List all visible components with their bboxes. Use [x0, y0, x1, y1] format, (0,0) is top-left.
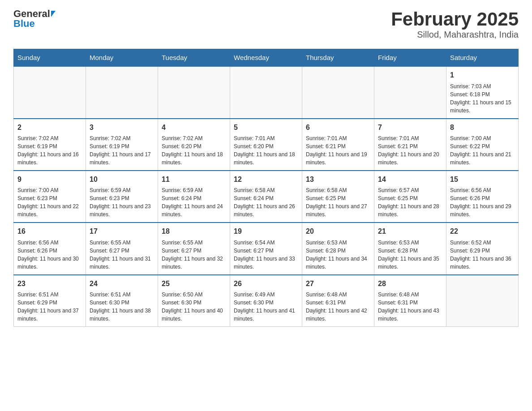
calendar-table: SundayMondayTuesdayWednesdayThursdayFrid…: [13, 49, 519, 327]
day-info: Sunrise: 6:56 AMSunset: 6:26 PMDaylight:…: [17, 239, 82, 271]
day-info: Sunrise: 7:02 AMSunset: 6:20 PMDaylight:…: [162, 134, 226, 167]
day-info: Sunrise: 6:53 AMSunset: 6:28 PMDaylight:…: [306, 239, 370, 271]
day-number: 26: [234, 279, 298, 289]
calendar-cell: 1Sunrise: 7:03 AMSunset: 6:18 PMDaylight…: [446, 66, 519, 118]
day-number: 13: [306, 175, 370, 184]
day-number: 4: [162, 123, 226, 133]
day-number: 7: [378, 123, 442, 133]
day-info: Sunrise: 6:57 AMSunset: 6:25 PMDaylight:…: [378, 186, 442, 218]
calendar-cell: 13Sunrise: 6:58 AMSunset: 6:25 PMDayligh…: [302, 171, 374, 223]
week-row-3: 9Sunrise: 7:00 AMSunset: 6:23 PMDaylight…: [14, 171, 519, 223]
day-info: Sunrise: 6:48 AMSunset: 6:31 PMDaylight:…: [378, 291, 442, 323]
calendar-header-row: SundayMondayTuesdayWednesdayThursdayFrid…: [14, 49, 519, 67]
day-info: Sunrise: 7:03 AMSunset: 6:18 PMDaylight:…: [450, 82, 515, 115]
calendar-cell: 2Sunrise: 7:02 AMSunset: 6:19 PMDaylight…: [14, 119, 86, 171]
header-thursday: Thursday: [302, 49, 374, 67]
header-monday: Monday: [86, 49, 158, 67]
day-info: Sunrise: 6:52 AMSunset: 6:29 PMDaylight:…: [450, 239, 515, 271]
day-number: 17: [90, 227, 154, 236]
day-info: Sunrise: 6:55 AMSunset: 6:27 PMDaylight:…: [162, 239, 226, 271]
calendar-cell: [86, 66, 158, 118]
week-row-4: 16Sunrise: 6:56 AMSunset: 6:26 PMDayligh…: [14, 223, 519, 274]
header-sunday: Sunday: [14, 49, 86, 67]
calendar-cell: 5Sunrise: 7:01 AMSunset: 6:20 PMDaylight…: [230, 119, 302, 171]
day-number: 9: [17, 175, 82, 184]
day-number: 2: [17, 123, 82, 133]
day-info: Sunrise: 6:53 AMSunset: 6:28 PMDaylight:…: [378, 239, 442, 271]
header-friday: Friday: [374, 49, 446, 67]
logo-triangle-icon: [51, 11, 56, 17]
calendar-cell: 19Sunrise: 6:54 AMSunset: 6:27 PMDayligh…: [230, 223, 302, 274]
calendar-cell: [230, 66, 302, 118]
calendar-cell: 17Sunrise: 6:55 AMSunset: 6:27 PMDayligh…: [86, 223, 158, 274]
day-number: 27: [306, 279, 370, 289]
calendar-cell: 24Sunrise: 6:51 AMSunset: 6:30 PMDayligh…: [86, 275, 158, 327]
calendar-cell: 27Sunrise: 6:48 AMSunset: 6:31 PMDayligh…: [302, 275, 374, 327]
week-row-5: 23Sunrise: 6:51 AMSunset: 6:29 PMDayligh…: [14, 275, 519, 327]
day-number: 19: [234, 227, 298, 236]
day-info: Sunrise: 6:58 AMSunset: 6:24 PMDaylight:…: [234, 186, 298, 218]
day-number: 3: [90, 123, 154, 133]
day-info: Sunrise: 7:00 AMSunset: 6:23 PMDaylight:…: [17, 186, 82, 218]
logo-general-text: General: [13, 9, 50, 19]
day-number: 6: [306, 123, 370, 133]
day-number: 28: [378, 279, 442, 289]
day-number: 1: [450, 70, 515, 80]
calendar-cell: 26Sunrise: 6:49 AMSunset: 6:30 PMDayligh…: [230, 275, 302, 327]
day-info: Sunrise: 7:01 AMSunset: 6:21 PMDaylight:…: [378, 134, 442, 167]
calendar-cell: 15Sunrise: 6:56 AMSunset: 6:26 PMDayligh…: [446, 171, 519, 223]
day-info: Sunrise: 6:56 AMSunset: 6:26 PMDaylight:…: [450, 186, 515, 218]
calendar-cell: 6Sunrise: 7:01 AMSunset: 6:21 PMDaylight…: [302, 119, 374, 171]
week-row-2: 2Sunrise: 7:02 AMSunset: 6:19 PMDaylight…: [14, 119, 519, 171]
calendar-cell: 20Sunrise: 6:53 AMSunset: 6:28 PMDayligh…: [302, 223, 374, 274]
calendar-cell: 18Sunrise: 6:55 AMSunset: 6:27 PMDayligh…: [158, 223, 230, 274]
day-number: 15: [450, 175, 515, 184]
calendar-cell: [374, 66, 446, 118]
day-info: Sunrise: 6:59 AMSunset: 6:23 PMDaylight:…: [90, 186, 154, 218]
week-row-1: 1Sunrise: 7:03 AMSunset: 6:18 PMDaylight…: [14, 66, 519, 118]
calendar-title: February 2025: [391, 9, 519, 30]
day-info: Sunrise: 6:51 AMSunset: 6:30 PMDaylight:…: [90, 291, 154, 323]
day-info: Sunrise: 6:55 AMSunset: 6:27 PMDaylight:…: [90, 239, 154, 271]
day-info: Sunrise: 6:51 AMSunset: 6:29 PMDaylight:…: [17, 291, 82, 323]
calendar-cell: 10Sunrise: 6:59 AMSunset: 6:23 PMDayligh…: [86, 171, 158, 223]
calendar-cell: [158, 66, 230, 118]
title-block: February 2025 Sillod, Maharashtra, India: [391, 9, 519, 40]
calendar-cell: 25Sunrise: 6:50 AMSunset: 6:30 PMDayligh…: [158, 275, 230, 327]
calendar-cell: 11Sunrise: 6:59 AMSunset: 6:24 PMDayligh…: [158, 171, 230, 223]
day-number: 16: [17, 227, 82, 236]
day-number: 11: [162, 175, 226, 184]
calendar-cell: 14Sunrise: 6:57 AMSunset: 6:25 PMDayligh…: [374, 171, 446, 223]
day-number: 14: [378, 175, 442, 184]
calendar-cell: 21Sunrise: 6:53 AMSunset: 6:28 PMDayligh…: [374, 223, 446, 274]
day-number: 23: [17, 279, 82, 289]
day-number: 5: [234, 123, 298, 133]
day-number: 18: [162, 227, 226, 236]
calendar-cell: 9Sunrise: 7:00 AMSunset: 6:23 PMDaylight…: [14, 171, 86, 223]
day-number: 8: [450, 123, 515, 133]
calendar-cell: 16Sunrise: 6:56 AMSunset: 6:26 PMDayligh…: [14, 223, 86, 274]
logo: General Blue: [13, 9, 56, 29]
calendar-subtitle: Sillod, Maharashtra, India: [391, 30, 519, 40]
calendar-cell: 23Sunrise: 6:51 AMSunset: 6:29 PMDayligh…: [14, 275, 86, 327]
calendar-cell: [14, 66, 86, 118]
calendar-cell: 28Sunrise: 6:48 AMSunset: 6:31 PMDayligh…: [374, 275, 446, 327]
header-tuesday: Tuesday: [158, 49, 230, 67]
calendar-cell: 4Sunrise: 7:02 AMSunset: 6:20 PMDaylight…: [158, 119, 230, 171]
day-info: Sunrise: 6:59 AMSunset: 6:24 PMDaylight:…: [162, 186, 226, 218]
day-info: Sunrise: 6:49 AMSunset: 6:30 PMDaylight:…: [234, 291, 298, 323]
calendar-cell: 12Sunrise: 6:58 AMSunset: 6:24 PMDayligh…: [230, 171, 302, 223]
header-saturday: Saturday: [446, 49, 519, 67]
day-info: Sunrise: 7:02 AMSunset: 6:19 PMDaylight:…: [90, 134, 154, 167]
logo-blue-text: Blue: [13, 19, 35, 29]
day-info: Sunrise: 7:00 AMSunset: 6:22 PMDaylight:…: [450, 134, 515, 167]
day-number: 21: [378, 227, 442, 236]
calendar-cell: [302, 66, 374, 118]
day-info: Sunrise: 7:01 AMSunset: 6:20 PMDaylight:…: [234, 134, 298, 167]
day-number: 10: [90, 175, 154, 184]
calendar-cell: 7Sunrise: 7:01 AMSunset: 6:21 PMDaylight…: [374, 119, 446, 171]
calendar-cell: 3Sunrise: 7:02 AMSunset: 6:19 PMDaylight…: [86, 119, 158, 171]
calendar-cell: 8Sunrise: 7:00 AMSunset: 6:22 PMDaylight…: [446, 119, 519, 171]
calendar-cell: [446, 275, 519, 327]
header-wednesday: Wednesday: [230, 49, 302, 67]
